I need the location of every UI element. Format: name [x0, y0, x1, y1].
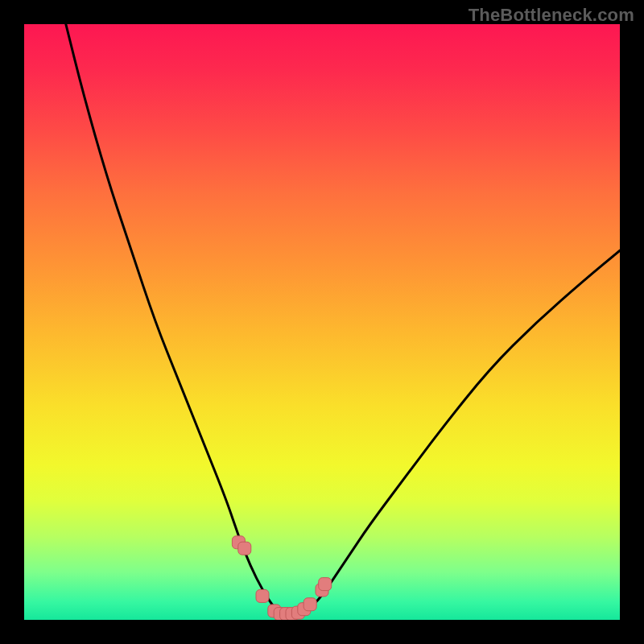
watermark-text: TheBottleneck.com	[469, 5, 634, 26]
recommendation-marker	[319, 578, 332, 591]
bottleneck-curve	[66, 24, 620, 614]
recommendation-marker	[303, 598, 316, 611]
recommendation-marker	[238, 542, 251, 555]
recommendation-marker	[256, 589, 269, 602]
recommendation-markers-group	[232, 536, 331, 620]
chart-root: TheBottleneck.com	[0, 0, 644, 644]
plot-svg	[24, 24, 620, 620]
plot-area	[24, 24, 620, 620]
